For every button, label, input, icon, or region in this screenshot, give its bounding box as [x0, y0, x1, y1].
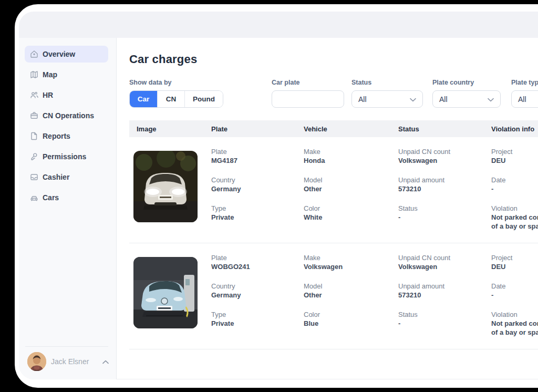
sidebar-item-label: Overview: [43, 50, 75, 58]
field-value: Other: [304, 184, 398, 193]
sidebar-item-label: Map: [43, 70, 57, 79]
field-value: MG4187: [211, 156, 304, 165]
sidebar-item-label: CN Operations: [43, 111, 94, 120]
field-value: Germany: [211, 184, 304, 193]
field-value: Volkswagen: [398, 156, 491, 165]
field-label: Violation: [491, 204, 538, 213]
field-value: -: [398, 319, 491, 328]
user-menu[interactable]: Jack Elsner: [19, 347, 116, 379]
field-value: Private: [211, 213, 304, 222]
field-value: White: [304, 213, 398, 222]
column-header-status: Status: [398, 125, 491, 133]
field-label: Color: [304, 204, 398, 213]
segment-car-button[interactable]: Car: [130, 91, 157, 107]
car-image-cell: [129, 147, 211, 231]
vehicle-cell: MakeHonda ModelOther ColorWhite: [304, 147, 398, 231]
plate-cell: PlateMG4187 CountryGermany TypePrivate: [211, 147, 304, 231]
segment-cn-button[interactable]: CN: [157, 91, 184, 107]
sidebar-item-permissions[interactable]: Permissions: [25, 148, 108, 165]
field-value: Volkswagen: [398, 262, 491, 271]
field-value: 573210: [398, 184, 491, 193]
plate-country-select[interactable]: All: [432, 90, 501, 108]
field-label: Unpaid CN count: [398, 253, 491, 262]
plate-country-label: Plate country: [432, 79, 501, 86]
car-photo-blue-ev-charging: [133, 257, 198, 328]
plate-country-select-value: All: [439, 95, 448, 104]
field-value: Private: [211, 319, 304, 328]
status-filter-label: Status: [351, 79, 423, 86]
vehicle-cell: MakeVolkswagen ModelOther ColorBlue: [304, 253, 398, 337]
home-icon: [29, 49, 39, 59]
sidebar-item-overview[interactable]: Overview: [25, 46, 108, 63]
field-label: Country: [211, 176, 304, 184]
car-image-cell: [129, 253, 211, 337]
column-header-violation-info: Violation info: [491, 125, 538, 133]
people-icon: [29, 90, 39, 100]
sidebar-item-cashier[interactable]: Cashier: [25, 169, 108, 185]
field-label: Type: [211, 204, 304, 213]
field-label: Model: [304, 176, 398, 184]
field-value: Germany: [211, 291, 304, 300]
field-label: Make: [304, 253, 398, 262]
map-icon: [29, 70, 39, 79]
field-label: Make: [304, 147, 398, 156]
field-value: Not parked correctly within the markings: [491, 319, 538, 328]
sidebar-item-hr[interactable]: HR: [25, 87, 108, 104]
car-photo-white-car-night: [133, 151, 198, 222]
sidebar-item-label: HR: [43, 91, 53, 99]
field-label: Unpaid amount: [398, 176, 491, 184]
field-value: DEU: [491, 262, 538, 271]
sidebar-item-label: Cashier: [43, 173, 69, 181]
field-label: Status: [398, 310, 491, 319]
sidebar-item-label: Reports: [43, 132, 70, 140]
field-value: 573210: [398, 291, 491, 300]
table-header: Image Plate Vehicle Status Violation inf…: [129, 120, 538, 137]
sidebar-item-map[interactable]: Map: [25, 66, 108, 83]
sidebar-item-cn-operations[interactable]: CN Operations: [25, 107, 108, 124]
field-value: -: [491, 184, 538, 193]
field-label: Violation: [491, 310, 538, 319]
segment-pound-button[interactable]: Pound: [184, 91, 223, 107]
car-icon: [29, 193, 39, 202]
page-title: Car charges: [129, 53, 538, 66]
sidebar: Overview Map HR CN Operations: [19, 38, 117, 379]
field-value-line2: of a bay or space: [491, 328, 538, 337]
user-name: Jack Elsner: [51, 357, 102, 366]
sidebar-item-label: Cars: [43, 193, 59, 202]
column-header-vehicle: Vehicle: [304, 125, 398, 133]
main-content: Car charges Show data by Car CN Pound Ca…: [117, 38, 538, 379]
status-cell: Unpaid CN countVolkswagen Unpaid amount5…: [398, 253, 491, 337]
field-label: Project: [491, 147, 538, 156]
plate-type-select-value: All: [518, 95, 526, 104]
sidebar-nav: Overview Map HR CN Operations: [19, 46, 116, 210]
field-value-line2: of a bay or space: [491, 222, 538, 231]
app-window: Overview Map HR CN Operations: [15, 4, 538, 388]
field-value: Not parked correctly within the markings: [491, 213, 538, 222]
field-label: Type: [211, 310, 304, 319]
show-data-by-segmented-control: Car CN Pound: [129, 90, 223, 108]
plate-type-label: Plate type: [511, 79, 538, 86]
document-icon: [29, 131, 39, 141]
car-plate-input[interactable]: [272, 90, 344, 108]
inbox-icon: [29, 172, 39, 182]
field-label: Date: [491, 176, 538, 184]
status-select-value: All: [358, 95, 367, 104]
chevron-up-icon: [102, 357, 109, 366]
field-label: Status: [398, 204, 491, 213]
plate-type-select[interactable]: All: [511, 90, 538, 108]
table-row[interactable]: PlateMG4187 CountryGermany TypePrivate M…: [129, 137, 538, 243]
car-plate-label: Car plate: [272, 79, 344, 86]
chevron-down-icon: [410, 95, 416, 104]
sidebar-item-cars[interactable]: Cars: [25, 189, 108, 206]
field-value: -: [398, 213, 491, 222]
column-header-plate: Plate: [211, 125, 304, 133]
field-label: Color: [304, 310, 398, 319]
status-select[interactable]: All: [351, 90, 423, 108]
table-row[interactable]: PlateWOBGO241 CountryGermany TypePrivate…: [129, 243, 538, 349]
field-value: Honda: [304, 156, 398, 165]
column-header-image: Image: [129, 125, 211, 133]
field-label: Unpaid amount: [398, 282, 491, 291]
briefcase-icon: [29, 111, 39, 120]
sidebar-item-reports[interactable]: Reports: [25, 128, 108, 145]
field-value: DEU: [491, 156, 538, 165]
